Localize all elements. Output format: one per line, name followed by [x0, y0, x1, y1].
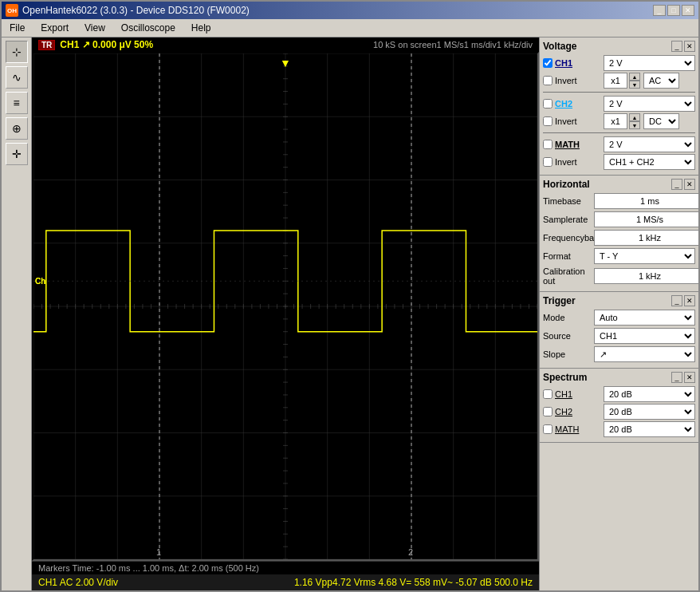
- spectrum-ch1-checkbox[interactable]: [543, 389, 553, 399]
- maximize-button[interactable]: □: [667, 5, 680, 16]
- trigger-slope-row: Slope ↗ ↘: [543, 346, 695, 362]
- math-voltage-select[interactable]: 2 V 1 V: [604, 136, 695, 152]
- close-button[interactable]: ✕: [682, 5, 694, 16]
- trigger-title: Trigger: [543, 295, 576, 306]
- math-invert-row: Invert CH1 + CH2 CH1 - CH2 CH1 * CH2: [543, 154, 695, 170]
- voltage-close[interactable]: ✕: [684, 41, 695, 52]
- spectrum-math-db-select[interactable]: 20 dB 10 dB: [604, 421, 695, 437]
- ch2-voltage-select[interactable]: 2 V 1 V: [604, 96, 695, 112]
- menu-file[interactable]: File: [5, 21, 29, 35]
- format-select-wrap: T - Y X - Y: [594, 248, 695, 264]
- ch1-marker: Ch: [35, 277, 45, 286]
- ch1-checkbox[interactable]: [543, 58, 553, 68]
- ch1-multiplier-up[interactable]: ▲: [629, 73, 640, 81]
- voltage-title: Voltage: [543, 41, 576, 52]
- calibration-row: Calibration out ▲ ▼: [543, 266, 695, 286]
- screen-info: 10 kS on screen1 MS/s1 ms/div1 kHz/div: [373, 40, 533, 49]
- horizontal-minimize[interactable]: _: [671, 179, 682, 190]
- spectrum-minimize[interactable]: _: [671, 372, 682, 383]
- zoom-tool[interactable]: ⊕: [6, 117, 28, 140]
- math-formula-wrap: CH1 + CH2 CH1 - CH2 CH1 * CH2: [604, 154, 695, 170]
- trigger-mode-select[interactable]: Auto Normal Single: [594, 310, 695, 326]
- ch2-invert-label: Invert: [555, 116, 577, 126]
- math-invert-checkbox[interactable]: [543, 157, 553, 167]
- spectrum-title: Spectrum: [543, 372, 587, 383]
- samplerate-row: Samplerate ▲ ▼: [543, 211, 695, 227]
- trigger-mode-label: Mode: [543, 313, 591, 322]
- trigger-mode-row: Mode Auto Normal Single: [543, 310, 695, 326]
- voltage-minimize[interactable]: _: [671, 41, 682, 52]
- ch2-coupling-select[interactable]: DC AC GND: [643, 113, 679, 129]
- frequencybase-input[interactable]: [594, 230, 698, 246]
- minimize-button[interactable]: _: [653, 5, 666, 16]
- ch1-coupling-select[interactable]: AC DC GND: [643, 73, 679, 89]
- spectrum-math-checkbox[interactable]: [543, 424, 553, 434]
- trigger-source-row: Source CH1 CH2: [543, 328, 695, 344]
- timebase-input[interactable]: [594, 193, 698, 209]
- scope-canvas: [33, 53, 537, 559]
- ch2-coupling-wrap: DC AC GND: [643, 113, 679, 129]
- spectrum-close[interactable]: ✕: [684, 372, 695, 383]
- format-label: Format: [543, 251, 591, 261]
- ch1-multiplier-down[interactable]: ▼: [629, 81, 640, 89]
- horizontal-controls: _ ✕: [671, 179, 695, 190]
- spectrum-ch2-row: CH2 20 dB 10 dB: [543, 404, 695, 420]
- spectrum-math-label: MATH: [555, 424, 579, 434]
- ch2-multiplier-down[interactable]: ▼: [629, 121, 640, 129]
- ch2-invert-row: Invert ▲ ▼ DC AC GND: [543, 113, 695, 129]
- ch1-voltage-select[interactable]: 2 V 1 V 500 mV: [604, 55, 695, 71]
- menu-oscilloscope[interactable]: Oscilloscope: [116, 21, 180, 35]
- right-panel: Voltage _ ✕ CH1 2 V 1 V: [539, 37, 698, 590]
- ch1-multiplier-spinners: ▲ ▼: [629, 73, 640, 89]
- wave-tool[interactable]: ∿: [6, 66, 28, 89]
- format-row: Format T - Y X - Y: [543, 248, 695, 264]
- spectrum-ch1-row: CH1 20 dB 10 dB 40 dB: [543, 386, 695, 402]
- oscilloscope-area: TR CH1 ↗ 0.000 μV 50% 10 kS on screen1 M…: [32, 37, 539, 590]
- format-select[interactable]: T - Y X - Y: [594, 248, 695, 264]
- ch-info-left: TR CH1 ↗ 0.000 μV 50%: [38, 39, 153, 50]
- menu-help[interactable]: Help: [187, 21, 216, 35]
- ch2-voltage-label: CH2: [555, 99, 572, 109]
- math-checkbox-wrap: MATH: [543, 140, 600, 149]
- spectrum-math-db-wrap: 20 dB 10 dB: [604, 421, 695, 437]
- calibration-label: Calibration out: [543, 266, 591, 286]
- samplerate-input[interactable]: [594, 211, 698, 227]
- timebase-row: Timebase ▲ ▼: [543, 193, 695, 209]
- trigger-source-select[interactable]: CH1 CH2: [594, 328, 695, 344]
- math-formula-select[interactable]: CH1 + CH2 CH1 - CH2 CH1 * CH2: [604, 154, 695, 170]
- trigger-close[interactable]: ✕: [684, 295, 695, 306]
- spectrum-ch2-db-select[interactable]: 20 dB 10 dB: [604, 404, 695, 420]
- scope-screen[interactable]: ▼ Ch: [32, 52, 539, 561]
- ch2-multiplier-input[interactable]: [604, 113, 627, 129]
- ch1-multiplier-input[interactable]: [604, 73, 627, 89]
- ch1-checkbox-wrap: CH1: [543, 58, 600, 68]
- calibration-input[interactable]: [594, 268, 698, 284]
- trigger-minimize[interactable]: _: [671, 295, 682, 306]
- spectrum-ch1-db-select[interactable]: 20 dB 10 dB 40 dB: [604, 386, 695, 402]
- status-bar: Markers Time: -1.00 ms ... 1.00 ms, Δt: …: [32, 561, 539, 574]
- ch1-invert-checkbox[interactable]: [543, 76, 553, 85]
- pointer-tool[interactable]: ⊹: [6, 41, 28, 63]
- math-checkbox[interactable]: [543, 140, 553, 149]
- samplerate-label: Samplerate: [543, 215, 591, 224]
- menu-view[interactable]: View: [80, 21, 110, 35]
- horizontal-title: Horizontal: [543, 179, 590, 190]
- spectrum-math-row: MATH 20 dB 10 dB: [543, 421, 695, 437]
- spectrum-ch1-wrap: CH1: [543, 389, 600, 399]
- calibration-wrap: ▲ ▼: [594, 268, 698, 284]
- cursor-tool[interactable]: ✛: [6, 143, 28, 165]
- main-window: OH OpenHantek6022 (3.0.3) - Device DDS12…: [0, 0, 700, 592]
- title-bar-left: OH OpenHantek6022 (3.0.3) - Device DDS12…: [6, 4, 250, 17]
- measure-tool[interactable]: ≡: [6, 92, 28, 114]
- ch2-multiplier-up[interactable]: ▲: [629, 113, 640, 121]
- horizontal-close[interactable]: ✕: [684, 179, 695, 190]
- ch2-invert-checkbox[interactable]: [543, 116, 553, 126]
- spectrum-ch2-checkbox[interactable]: [543, 407, 553, 416]
- trigger-slope-select[interactable]: ↗ ↘: [594, 346, 695, 362]
- ch2-checkbox[interactable]: [543, 99, 553, 109]
- menu-export[interactable]: Export: [36, 21, 73, 35]
- ch2-multiplier-spinners: ▲ ▼: [629, 113, 640, 129]
- ch2-row: CH2 2 V 1 V: [543, 96, 695, 112]
- horizontal-section: Horizontal _ ✕ Timebase ▲ ▼: [540, 176, 698, 292]
- window-controls: _ □ ✕: [653, 5, 694, 16]
